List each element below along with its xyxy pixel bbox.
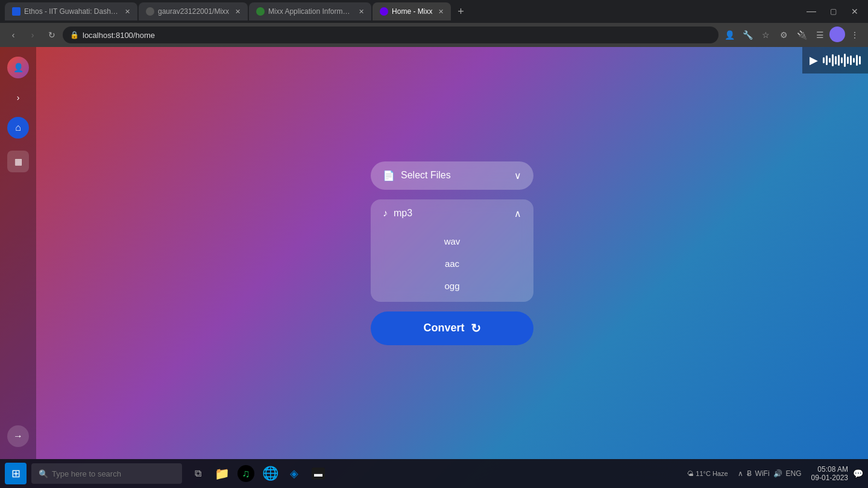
sidebar-home-button[interactable]: ⌂ [7, 117, 29, 139]
taskbar-system-icons: ∧ Ƀ WiFi 🔊 ENG [733, 469, 807, 478]
aac-label: aac [445, 258, 459, 269]
convert-button[interactable]: Convert ↻ [371, 311, 533, 345]
taskbar-search-input[interactable] [52, 469, 175, 478]
file-explorer-button[interactable]: 📁 [211, 463, 233, 484]
select-files-button[interactable]: 📄 Select Files ∨ [371, 161, 533, 190]
profile-icon[interactable]: 👤 [721, 27, 738, 43]
close-button[interactable]: ✕ [846, 3, 863, 20]
tab-1[interactable]: Ethos - IIT Guwahati: Dashboard ✕ [5, 2, 137, 20]
taskbar-search-icon: 🔍 [39, 469, 48, 478]
bookmark-icon[interactable]: ☆ [757, 27, 774, 43]
select-files-chevron-icon: ∨ [514, 170, 521, 181]
tab-1-close[interactable]: ✕ [125, 8, 130, 16]
tab-1-favicon [12, 7, 20, 16]
task-view-icon: ⧉ [195, 468, 201, 479]
tab-3-title: Mixx Application Information [268, 7, 353, 16]
tab-1-title: Ethos - IIT Guwahati: Dashboard [24, 7, 119, 16]
start-button[interactable]: ⊞ [5, 463, 27, 484]
tab-3-close[interactable]: ✕ [359, 8, 364, 16]
selected-format-text: mp3 [394, 208, 412, 219]
convert-spin-icon: ↻ [471, 321, 481, 336]
bluetooth-icon: Ƀ [747, 469, 752, 478]
settings-icon[interactable]: ⚙ [775, 27, 792, 43]
convert-label: Convert [423, 322, 464, 334]
tab-4-close[interactable]: ✕ [438, 8, 444, 16]
tab-2[interactable]: gaurav23122001/Mixx ✕ [139, 2, 248, 20]
main-content: 📄 Select Files ∨ ♪ mp3 ∧ wav aac [36, 47, 868, 459]
terminal-button[interactable]: ▬ [307, 463, 329, 484]
format-dropdown[interactable]: ♪ mp3 ∧ wav aac ogg [371, 199, 533, 302]
sidebar-toggle-icon[interactable]: ☰ [811, 27, 828, 43]
notification-button[interactable]: 💬 [853, 469, 863, 478]
format-option-aac[interactable]: aac [371, 252, 533, 275]
waveform [823, 53, 861, 67]
taskbar-search[interactable]: 🔍 [31, 463, 182, 484]
back-button[interactable]: ‹ [5, 27, 22, 43]
taskbar-clock[interactable]: 05:08 AM 09-01-2023 [811, 465, 848, 482]
url-text: localhost:8100/home [83, 31, 155, 40]
windows-icon: ⊞ [11, 467, 20, 480]
taskbar-right: 🌤 11°C Haze ∧ Ƀ WiFi 🔊 ENG 05:08 AM 09-0… [687, 465, 863, 482]
wifi-icon: WiFi [755, 469, 770, 478]
tab-3-favicon [256, 7, 265, 16]
sidebar-logout-button[interactable]: → [7, 425, 29, 447]
tab-4-title: Home - Mixx [392, 7, 432, 16]
format-selected-row[interactable]: ♪ mp3 ∧ [371, 199, 533, 228]
play-button[interactable]: ▶ [810, 54, 818, 67]
vscode-icon: ◈ [290, 467, 298, 480]
select-files-label: Select Files [401, 170, 451, 181]
extensions-icon[interactable]: 🔌 [793, 27, 810, 43]
music-note-icon: ♪ [383, 208, 388, 219]
time-text: 05:08 AM [817, 465, 848, 474]
tab-4[interactable]: Home - Mixx ✕ [373, 2, 451, 20]
music-player: ▶ [802, 47, 868, 74]
minimize-button[interactable]: — [803, 3, 820, 20]
volume-icon: 🔊 [773, 469, 782, 478]
lock-icon: 🔒 [70, 31, 79, 39]
file-icon: 📄 [383, 170, 395, 181]
wav-label: wav [444, 236, 461, 246]
nav-icons-right: 👤 🔧 ☆ ⚙ 🔌 ☰ ⋮ [721, 27, 863, 43]
weather-icon: 🌤 [687, 470, 694, 477]
chrome-button[interactable]: 🌐 [259, 463, 281, 484]
taskbar-apps: ⧉ 📁 ♫ 🌐 ◈ ▬ [187, 463, 329, 484]
sidebar-files-button[interactable]: ▦ [7, 151, 29, 172]
logout-icon: → [13, 431, 23, 442]
reload-button[interactable]: ↻ [43, 27, 60, 43]
tab-3[interactable]: Mixx Application Information ✕ [249, 2, 371, 20]
terminal-icon: ▬ [312, 468, 325, 480]
weather-temp: 11°C Haze [696, 470, 728, 477]
chrome-icon: 🌐 [262, 466, 278, 481]
file-explorer-icon: 📁 [215, 466, 230, 481]
task-view-button[interactable]: ⧉ [187, 463, 209, 484]
ogg-label: ogg [444, 281, 459, 291]
tab-2-close[interactable]: ✕ [235, 8, 241, 16]
maximize-button[interactable]: ▢ [825, 3, 841, 20]
sidebar-expand-button[interactable]: › [11, 90, 25, 105]
new-tab-button[interactable]: + [452, 3, 469, 20]
spotify-button[interactable]: ♫ [235, 463, 257, 484]
tab-2-title: gaurav23122001/Mixx [158, 7, 229, 16]
files-icon: ▦ [14, 157, 22, 166]
sidebar-avatar[interactable]: 👤 [7, 57, 29, 78]
nav-bar: ‹ › ↻ 🔒 localhost:8100/home 👤 🔧 ☆ ⚙ 🔌 ☰ … [0, 23, 868, 47]
home-icon: ⌂ [15, 122, 21, 133]
tab-4-favicon [380, 7, 388, 16]
taskbar: ⊞ 🔍 ⧉ 📁 ♫ 🌐 ◈ ▬ 🌤 11°C Haze [0, 459, 868, 488]
format-options-list: wav aac ogg [371, 228, 533, 302]
browser-chrome: Ethos - IIT Guwahati: Dashboard ✕ gaurav… [0, 0, 868, 47]
converter-widget: 📄 Select Files ∨ ♪ mp3 ∧ wav aac [371, 161, 533, 345]
format-chevron-up-icon: ∧ [514, 208, 521, 219]
weather-text: 🌤 11°C Haze [687, 470, 728, 477]
format-option-wav[interactable]: wav [371, 230, 533, 252]
forward-button[interactable]: › [24, 27, 41, 43]
format-option-ogg[interactable]: ogg [371, 275, 533, 297]
tab-2-favicon [146, 7, 154, 16]
address-bar[interactable]: 🔒 localhost:8100/home [63, 27, 719, 43]
sidebar: 👤 › ⌂ ▦ → [0, 47, 36, 459]
extension-icon[interactable]: 🔧 [739, 27, 756, 43]
more-options-icon[interactable]: ⋮ [846, 27, 863, 43]
chevron-up-icon[interactable]: ∧ [738, 469, 743, 478]
user-avatar[interactable] [829, 27, 845, 42]
vscode-button[interactable]: ◈ [283, 463, 305, 484]
